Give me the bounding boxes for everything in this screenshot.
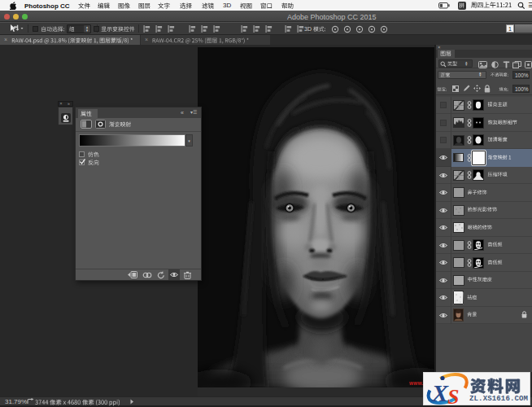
svg-text:S: S — [447, 385, 459, 405]
svg-text:X: X — [431, 379, 449, 405]
